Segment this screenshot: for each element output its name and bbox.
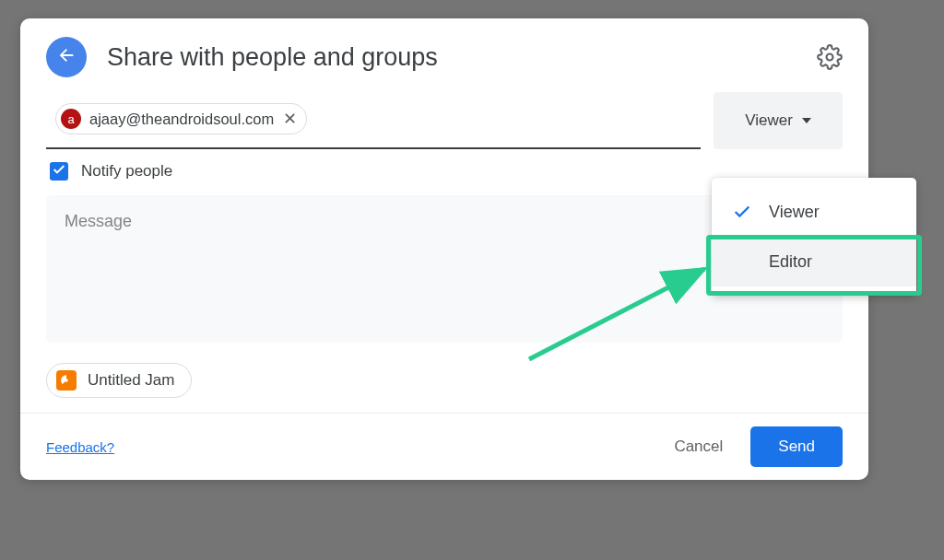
role-dropdown-button[interactable]: Viewer [714, 92, 843, 149]
attachment-name: Untitled Jam [88, 371, 174, 390]
notify-label: Notify people [81, 162, 172, 181]
send-button[interactable]: Send [750, 426, 843, 467]
role-option-viewer[interactable]: Viewer [712, 187, 916, 237]
cancel-button[interactable]: Cancel [654, 426, 743, 467]
role-option-label: Viewer [769, 203, 820, 222]
attachment-chip[interactable]: Untitled Jam [46, 363, 192, 398]
avatar: a [61, 109, 81, 129]
message-placeholder: Message [65, 212, 132, 230]
svg-point-1 [65, 379, 68, 382]
jamboard-icon [56, 370, 77, 391]
dialog-footer: Feedback? Cancel Send [20, 426, 868, 467]
role-option-editor[interactable]: Editor [712, 237, 916, 286]
recipient-email: ajaay@theandroidsoul.com [89, 111, 274, 128]
settings-button[interactable] [817, 44, 843, 70]
recipients-row: a ajaay@theandroidsoul.com ✕ Viewer [20, 92, 868, 149]
dialog-header: Share with people and groups [20, 18, 868, 92]
arrow-left-icon [56, 45, 77, 69]
dialog-title: Share with people and groups [107, 43, 817, 72]
svg-point-0 [827, 54, 833, 61]
back-button[interactable] [46, 37, 87, 77]
attachment-row: Untitled Jam [20, 359, 868, 413]
close-icon: ✕ [283, 110, 297, 128]
recipient-chip[interactable]: a ajaay@theandroidsoul.com ✕ [55, 103, 307, 134]
divider [20, 413, 868, 414]
feedback-link[interactable]: Feedback? [46, 439, 114, 455]
role-dropdown-menu: Viewer Editor [712, 178, 916, 296]
remove-recipient-button[interactable]: ✕ [283, 111, 297, 127]
checkmark-icon [732, 202, 752, 222]
checkmark-icon [52, 162, 66, 181]
recipients-input[interactable]: a ajaay@theandroidsoul.com ✕ [46, 92, 701, 149]
caret-down-icon [802, 118, 811, 123]
notify-checkbox[interactable] [50, 162, 68, 181]
role-label: Viewer [745, 111, 793, 130]
gear-icon [817, 57, 843, 73]
role-option-label: Editor [769, 252, 812, 272]
